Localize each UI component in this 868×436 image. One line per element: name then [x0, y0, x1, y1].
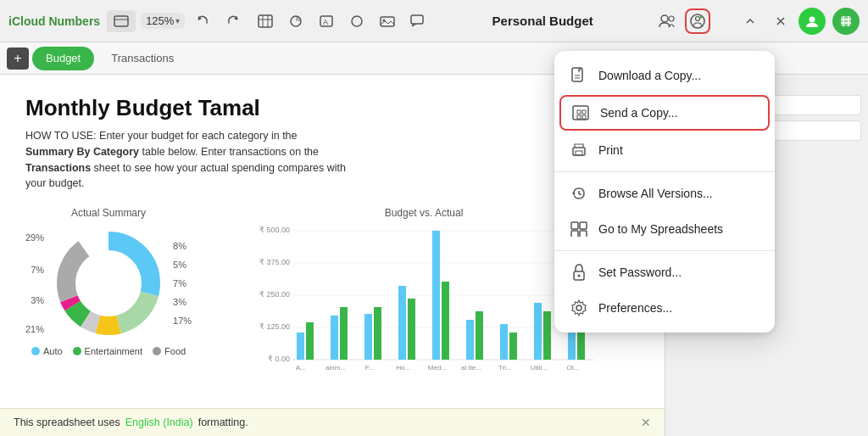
menu-preferences[interactable]: Preferences... [554, 290, 775, 326]
svg-rect-87 [580, 231, 587, 237]
svg-rect-59 [543, 311, 551, 360]
menu-print[interactable]: Print [554, 132, 775, 168]
svg-text:Utili...: Utili... [531, 364, 548, 372]
toolbar-left: 125% ▾ [107, 8, 246, 34]
svg-text:₹ 125.00: ₹ 125.00 [259, 322, 290, 331]
menu-password-label: Set Password... [598, 266, 682, 279]
doc-instruction: HOW TO USE: Enter your budget for each c… [25, 128, 348, 192]
table-icon[interactable] [253, 8, 278, 34]
svg-rect-57 [509, 333, 517, 360]
svg-text:Ot...: Ot... [566, 364, 579, 372]
redo-button[interactable] [220, 8, 246, 34]
add-sheet-button[interactable]: + [7, 48, 29, 70]
menu-download-label: Download a Copy... [598, 69, 701, 82]
menu-divider-1 [554, 171, 775, 172]
menu-set-password[interactable]: Set Password... [554, 254, 775, 290]
notif-link[interactable]: English (India) [125, 416, 193, 428]
zoom-control[interactable]: 125% ▾ [141, 13, 185, 29]
chevron-up-icon[interactable] [737, 8, 763, 34]
svg-rect-78 [582, 115, 586, 119]
tab-budget[interactable]: Budget [32, 47, 94, 70]
menu-download-copy[interactable]: Download a Copy... [554, 58, 775, 93]
svg-rect-55 [476, 311, 483, 360]
user-avatar[interactable] [798, 8, 826, 35]
svg-rect-77 [577, 115, 581, 119]
svg-point-16 [669, 16, 674, 21]
svg-rect-21 [841, 16, 851, 26]
donut-legend: Auto Entertainment Food [25, 346, 192, 356]
numbers-icon[interactable] [832, 8, 860, 35]
svg-rect-51 [408, 299, 415, 360]
svg-text:A...: A... [296, 364, 306, 372]
svg-rect-76 [582, 110, 586, 114]
shapes-icon[interactable] [344, 8, 370, 34]
share-button[interactable] [685, 8, 710, 34]
document-title: Personal Budget [437, 14, 648, 28]
chart-insert-icon[interactable] [283, 8, 309, 34]
svg-rect-47 [340, 307, 348, 360]
top-bar: iCloud Numbers 125% ▾ A [0, 0, 868, 42]
dropdown-menu: Download a Copy... Send a Copy... Print … [554, 51, 775, 333]
tab-transactions[interactable]: Transactions [97, 47, 187, 70]
new-sheet-button[interactable] [107, 10, 136, 32]
svg-point-33 [76, 251, 141, 316]
svg-rect-48 [364, 314, 372, 360]
charts-row: Actual Summary 29% 7% 3% 21% [25, 207, 639, 383]
notif-close-button[interactable]: ✕ [641, 416, 651, 429]
donut-right-labels: 8% 5% 7% 3% 17% [173, 237, 192, 330]
lock-icon [570, 263, 588, 282]
svg-rect-84 [571, 222, 578, 229]
print-icon [570, 141, 588, 159]
svg-point-20 [810, 16, 815, 22]
svg-rect-4 [259, 15, 272, 27]
svg-rect-58 [534, 303, 542, 360]
svg-rect-52 [432, 231, 440, 360]
svg-rect-53 [442, 282, 449, 360]
notification-bar: This spreadsheet uses English (India) fo… [0, 408, 665, 436]
svg-rect-85 [580, 222, 587, 229]
menu-spreadsheets-label: Go to My Spreadsheets [598, 222, 723, 236]
collaborate-button[interactable] [654, 8, 680, 34]
svg-text:al Ite...: al Ite... [461, 364, 481, 372]
svg-text:ainm...: ainm... [326, 364, 346, 372]
svg-rect-44 [297, 333, 304, 360]
svg-point-90 [576, 305, 581, 310]
svg-text:₹ 250.00: ₹ 250.00 [259, 290, 290, 299]
menu-print-label: Print [598, 143, 623, 157]
svg-text:₹ 375.00: ₹ 375.00 [259, 258, 290, 266]
menu-send-copy[interactable]: Send a Copy... [559, 95, 770, 131]
menu-prefs-label: Preferences... [598, 301, 672, 315]
svg-text:Med...: Med... [428, 364, 447, 372]
svg-point-11 [352, 16, 362, 26]
svg-rect-71 [572, 68, 582, 81]
svg-rect-49 [374, 307, 381, 360]
svg-point-19 [700, 15, 703, 18]
media-icon[interactable] [375, 8, 400, 34]
svg-text:Tri...: Tri... [498, 364, 512, 372]
text-icon[interactable]: A [314, 8, 339, 34]
toolbar-right [654, 8, 860, 35]
svg-rect-45 [306, 322, 314, 360]
menu-send-label: Send a Copy... [600, 106, 678, 120]
svg-point-18 [696, 16, 700, 20]
download-icon [570, 66, 588, 85]
undo-button[interactable] [190, 8, 215, 34]
svg-text:₹ 0.00: ₹ 0.00 [268, 355, 290, 363]
menu-browse-versions[interactable]: Browse All Versions... [554, 176, 775, 211]
svg-text:A: A [323, 18, 328, 26]
svg-text:₹ 500.00: ₹ 500.00 [259, 226, 290, 234]
donut-chart-title: Actual Summary [25, 207, 192, 219]
close-icon[interactable] [768, 8, 793, 34]
menu-my-spreadsheets[interactable]: Go to My Spreadsheets [554, 211, 775, 247]
menu-divider-2 [554, 250, 775, 251]
send-icon [571, 103, 590, 122]
comment-icon[interactable] [405, 8, 431, 34]
donut-chart-container: Actual Summary 29% 7% 3% 21% [25, 207, 192, 383]
doc-heading: Monthly Budget Tamal [25, 95, 639, 121]
svg-text:Ho...: Ho... [397, 364, 411, 372]
svg-rect-50 [398, 286, 406, 360]
svg-rect-12 [381, 17, 394, 26]
gear-icon [570, 299, 588, 317]
menu-versions-label: Browse All Versions... [598, 187, 713, 200]
svg-text:F...: F... [365, 364, 375, 372]
